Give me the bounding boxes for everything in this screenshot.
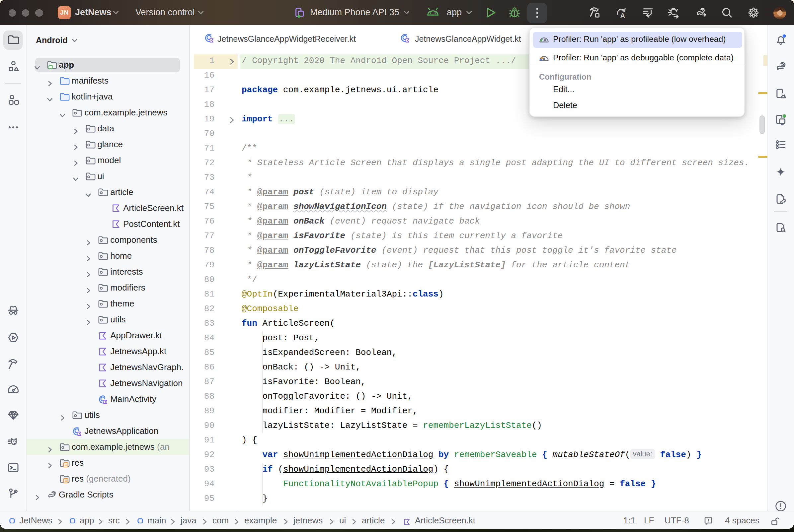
- svg-text:A: A: [620, 12, 625, 19]
